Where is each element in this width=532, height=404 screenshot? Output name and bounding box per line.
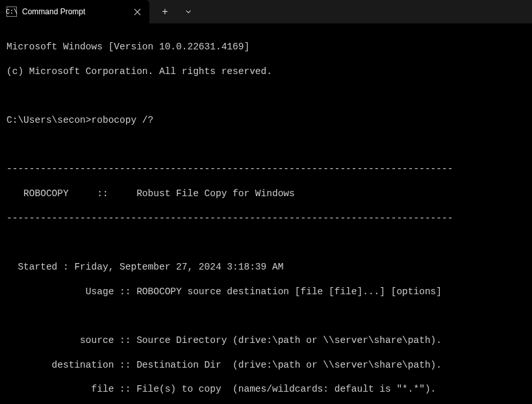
cmd-icon: C:\ [6, 6, 17, 17]
tab-title: Command Prompt [22, 7, 126, 16]
blank-line [6, 139, 526, 151]
terminal-output[interactable]: Microsoft Windows [Version 10.0.22631.41… [0, 23, 532, 404]
banner-line: Microsoft Windows [Version 10.0.22631.41… [6, 41, 526, 53]
blank-line [6, 310, 526, 322]
file-line: file :: File(s) to copy (names/wildcards… [6, 383, 526, 396]
blank-line [6, 236, 526, 249]
chevron-down-icon [185, 8, 192, 15]
header-line: ROBOCOPY :: Robust File Copy for Windows [6, 188, 526, 200]
source-line: source :: Source Directory (drive:\path … [6, 335, 526, 347]
titlebar-controls: + [149, 0, 199, 23]
close-tab-button[interactable] [131, 6, 143, 18]
banner-line: (c) Microsoft Corporation. All rights re… [6, 66, 526, 78]
tab-active[interactable]: C:\ Command Prompt [0, 0, 149, 23]
destination-line: destination :: Destination Dir (drive:\p… [6, 359, 526, 372]
titlebar: C:\ Command Prompt + [0, 0, 532, 23]
divider-line: ----------------------------------------… [6, 163, 526, 175]
divider-line: ----------------------------------------… [6, 212, 526, 225]
started-line: Started : Friday, September 27, 2024 3:1… [6, 261, 526, 273]
tab-dropdown-button[interactable] [178, 0, 199, 23]
new-tab-button[interactable]: + [155, 0, 175, 23]
prompt-line: C:\Users\secon>robocopy /? [6, 114, 526, 127]
usage-line: Usage :: ROBOCOPY source destination [fi… [6, 286, 526, 298]
blank-line [6, 90, 526, 102]
